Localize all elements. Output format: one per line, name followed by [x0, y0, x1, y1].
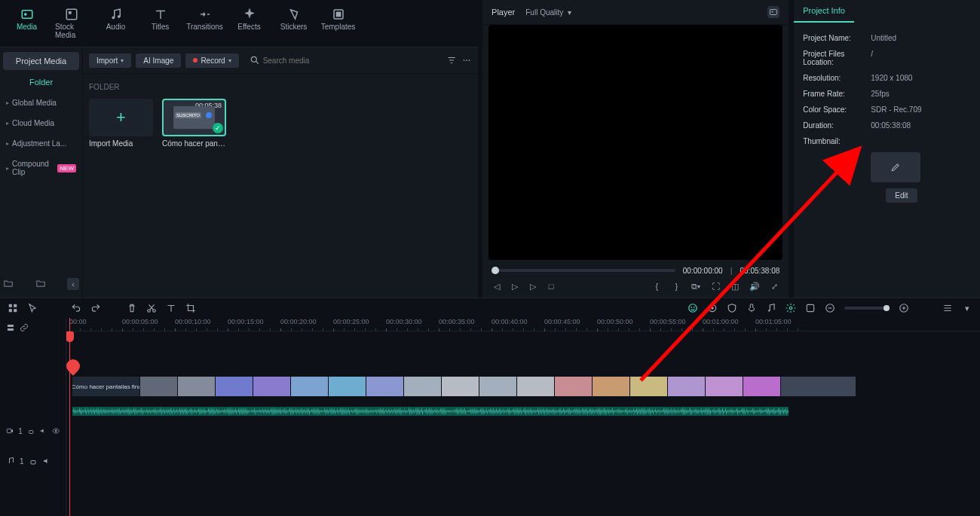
- tab-titles[interactable]: Titles: [139, 5, 181, 42]
- import-media-item[interactable]: + Import Media: [89, 99, 153, 148]
- clip-segment[interactable]: [555, 377, 593, 396]
- music-icon[interactable]: [766, 303, 776, 313]
- tab-stock-media[interactable]: Stock Media: [51, 5, 92, 42]
- import-button[interactable]: Import▾: [89, 53, 131, 68]
- stack-icon[interactable]: [6, 323, 15, 332]
- scrub-bar[interactable]: [492, 269, 675, 272]
- clip-segment[interactable]: [517, 377, 555, 396]
- tab-stickers[interactable]: Stickers: [273, 5, 314, 42]
- chevron-down-icon[interactable]: ▾: [962, 303, 972, 313]
- svg-rect-2: [66, 9, 77, 20]
- edit-button[interactable]: Edit: [886, 188, 917, 203]
- lock2-icon[interactable]: [29, 456, 38, 466]
- more-icon[interactable]: [461, 55, 472, 66]
- clip-segment[interactable]: [668, 377, 706, 396]
- clip-segment[interactable]: [178, 377, 216, 396]
- redo-icon[interactable]: [90, 303, 101, 313]
- sidebar-item-cloud-media[interactable]: ▸Cloud Media: [3, 114, 79, 132]
- mark-in-button[interactable]: {: [651, 281, 662, 292]
- grid-icon[interactable]: [8, 303, 18, 313]
- target-icon[interactable]: [707, 303, 718, 313]
- cursor-icon[interactable]: [27, 303, 38, 313]
- info-row-thumbnail: Thumbnail:: [803, 133, 971, 149]
- crop-icon[interactable]: [185, 303, 196, 313]
- mic-icon[interactable]: [746, 303, 757, 313]
- clip-segment[interactable]: [593, 377, 630, 396]
- play-pause-button[interactable]: ▷: [510, 281, 520, 292]
- playhead[interactable]: [69, 318, 70, 516]
- tab-effects[interactable]: Effects: [228, 5, 270, 42]
- player-viewport[interactable]: [488, 25, 782, 260]
- tab-audio[interactable]: Audio: [95, 5, 136, 42]
- list-icon[interactable]: [942, 303, 953, 313]
- collapse-button[interactable]: ‹: [67, 278, 79, 290]
- sidebar-item-adjustment[interactable]: ▸Adjustment La...: [3, 135, 79, 152]
- tracks-area[interactable]: 00:0000:00:05:0000:00:10:0000:00:15:0000…: [66, 318, 980, 516]
- clip-segment[interactable]: [743, 377, 781, 396]
- clip-segment[interactable]: [404, 377, 442, 396]
- folder-in-icon[interactable]: [35, 278, 46, 289]
- compare-button[interactable]: ⧉▾: [691, 281, 701, 292]
- audio-track-header: 1: [0, 446, 66, 476]
- cut-icon[interactable]: [146, 303, 157, 313]
- shield-icon[interactable]: [727, 303, 737, 313]
- clip-segment[interactable]: [329, 377, 366, 396]
- filter-icon[interactable]: [446, 55, 457, 66]
- play-button[interactable]: ▷: [528, 281, 538, 292]
- tab-media[interactable]: Media: [6, 5, 47, 42]
- sidebar-item-global-media[interactable]: ▸Global Media: [3, 94, 79, 111]
- undo-icon[interactable]: [71, 303, 81, 313]
- lock-icon[interactable]: [27, 426, 35, 435]
- clip-segment[interactable]: [442, 377, 479, 396]
- media-clip-item[interactable]: 00:05:38 SUSCRITO ✓ Cómo hacer pantallas…: [162, 99, 226, 148]
- zoom-handle[interactable]: [884, 305, 890, 311]
- clip-segment[interactable]: [291, 377, 329, 396]
- scrub-handle[interactable]: [492, 267, 499, 274]
- clip-segment[interactable]: [253, 377, 291, 396]
- mute2-icon[interactable]: [42, 456, 51, 466]
- snapshot2-button[interactable]: ◫: [730, 281, 740, 292]
- record-button[interactable]: Record▾: [185, 53, 238, 68]
- clip-segment[interactable]: [781, 377, 856, 396]
- audio-waveform-row[interactable]: [66, 407, 980, 416]
- link-icon[interactable]: [20, 323, 29, 332]
- project-media-button[interactable]: Project Media: [3, 52, 79, 70]
- zoom-in-icon[interactable]: [899, 303, 909, 313]
- ai-image-button[interactable]: AI Image: [136, 53, 181, 68]
- clip-segment[interactable]: [706, 377, 743, 396]
- quality-select[interactable]: Full Quality▾: [525, 8, 571, 17]
- video-track-row[interactable]: ▶ Cómo hacer pantallas fina...: [66, 377, 980, 407]
- mute-icon[interactable]: [39, 426, 47, 435]
- ruler[interactable]: 00:0000:00:05:0000:00:10:0000:00:15:0000…: [66, 318, 980, 331]
- settings-icon[interactable]: [786, 303, 796, 313]
- mark-out-button[interactable]: }: [671, 281, 681, 292]
- clip-segment[interactable]: [366, 377, 404, 396]
- ai-icon[interactable]: [688, 303, 698, 313]
- fullscreen-button[interactable]: ⛶: [710, 281, 721, 292]
- folder-out-icon[interactable]: [3, 278, 14, 289]
- prev-frame-button[interactable]: ◁: [492, 281, 502, 292]
- text-icon[interactable]: [166, 303, 176, 313]
- marker-icon[interactable]: [805, 303, 816, 313]
- sidebar-item-compound-clip[interactable]: ▸Compound ClipNEW: [3, 155, 79, 181]
- tab-transitions[interactable]: Transitions: [184, 5, 225, 42]
- volume-button[interactable]: 🔊: [749, 281, 760, 292]
- folder-button[interactable]: Folder: [3, 73, 79, 91]
- thumbnail-edit-box[interactable]: [871, 152, 920, 182]
- clip-title[interactable]: ▶ Cómo hacer pantallas fina...: [72, 377, 140, 396]
- expand-button[interactable]: ⤢: [769, 281, 779, 292]
- tab-templates[interactable]: Templates: [317, 5, 359, 42]
- clip-segment[interactable]: [630, 377, 668, 396]
- eye-icon[interactable]: [52, 426, 60, 435]
- search-input[interactable]: [263, 56, 436, 65]
- clip-segment[interactable]: [479, 377, 517, 396]
- transitions-icon: [198, 8, 212, 21]
- clip-segment[interactable]: [140, 377, 178, 396]
- snapshot-button[interactable]: [767, 6, 779, 18]
- stop-button[interactable]: □: [546, 281, 556, 292]
- zoom-slider[interactable]: [844, 307, 890, 310]
- svg-point-27: [789, 307, 792, 310]
- clip-segment[interactable]: [216, 377, 253, 396]
- delete-icon[interactable]: [127, 303, 137, 313]
- zoom-out-icon[interactable]: [825, 303, 835, 313]
